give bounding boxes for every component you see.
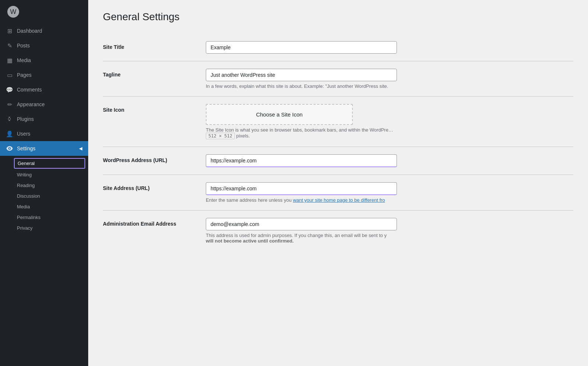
pixel-badge: 512 × 512	[206, 133, 235, 139]
wordpress-address-row: WordPress Address (URL)	[103, 147, 573, 175]
site-address-row: Site Address (URL) Enter the same addres…	[103, 175, 573, 210]
submenu-item-general[interactable]: General	[14, 158, 85, 169]
sidebar-item-posts[interactable]: ✎ Posts	[0, 38, 88, 53]
sidebar-item-dashboard[interactable]: ⊞ Dashboard	[0, 24, 88, 38]
sidebar-item-users[interactable]: 👤 Users	[0, 126, 88, 141]
site-address-input[interactable]	[206, 182, 397, 195]
sidebar-item-label: Comments	[17, 87, 42, 93]
tagline-control: In a few words, explain what this site i…	[206, 69, 573, 89]
admin-email-label: Administration Email Address	[103, 218, 206, 227]
sidebar-item-label: Plugins	[17, 116, 34, 122]
sidebar-item-media[interactable]: ▦ Media	[0, 53, 88, 68]
site-address-control: Enter the same address here unless you w…	[206, 182, 573, 203]
wordpress-address-control	[206, 154, 573, 167]
users-icon: 👤	[6, 130, 13, 137]
sidebar-item-settings[interactable]: Settings ◀	[0, 141, 88, 156]
sidebar-item-label: Pages	[17, 72, 32, 78]
site-icon-label: Site Icon	[103, 104, 206, 113]
site-title-input[interactable]	[206, 41, 397, 54]
submenu-item-writing[interactable]: Writing	[0, 169, 88, 180]
tagline-label: Tagline	[103, 69, 206, 78]
sidebar-item-pages[interactable]: ▭ Pages	[0, 68, 88, 82]
sidebar-item-label: Dashboard	[17, 28, 42, 34]
site-title-control	[206, 41, 573, 54]
submenu-item-discussion[interactable]: Discussion	[0, 191, 88, 201]
submenu-item-media[interactable]: Media	[0, 201, 88, 212]
page-title: General Settings	[103, 11, 573, 23]
media-icon: ▦	[6, 57, 13, 64]
sidebar-item-label: Media	[17, 57, 31, 63]
plugins-icon: ⧲	[6, 115, 13, 123]
dashboard-icon: ⊞	[6, 27, 13, 35]
choose-site-icon-button[interactable]: Choose a Site Icon	[206, 104, 353, 125]
collapse-arrow-icon: ◀	[79, 146, 82, 151]
sidebar-item-label: Settings	[17, 146, 36, 151]
wordpress-address-input[interactable]	[206, 154, 397, 167]
wordpress-address-label: WordPress Address (URL)	[103, 154, 206, 163]
tagline-input[interactable]	[206, 69, 397, 81]
submenu-item-privacy[interactable]: Privacy	[0, 223, 88, 233]
admin-email-control: This address is used for admin purposes.…	[206, 218, 573, 244]
sidebar-item-appearance[interactable]: ✏ Appearance	[0, 97, 88, 112]
pages-icon: ▭	[6, 71, 13, 79]
sidebar-item-label: Appearance	[17, 101, 45, 107]
sidebar: W ⊞ Dashboard ✎ Posts ▦ Media ▭ Pages 💬 …	[0, 0, 88, 366]
submenu-item-reading[interactable]: Reading	[0, 180, 88, 191]
site-address-label: Site Address (URL)	[103, 182, 206, 191]
sidebar-item-plugins[interactable]: ⧲ Plugins	[0, 112, 88, 126]
sidebar-item-label: Posts	[17, 43, 30, 49]
site-title-label: Site Title	[103, 41, 206, 50]
admin-email-input[interactable]	[206, 218, 397, 230]
submenu-item-permalinks[interactable]: Permalinks	[0, 212, 88, 223]
site-address-description: Enter the same address here unless you w…	[206, 197, 492, 203]
wp-logo-icon: W	[7, 6, 19, 18]
sidebar-item-label: Users	[17, 131, 31, 137]
tagline-description: In a few words, explain what this site i…	[206, 83, 492, 89]
site-icon-row: Site Icon Choose a Site Icon The Site Ic…	[103, 96, 573, 147]
main-content: General Settings Site Title Tagline In a…	[88, 0, 588, 366]
comments-icon: 💬	[6, 86, 13, 93]
site-address-link[interactable]: want your site home page to be different…	[293, 197, 385, 203]
admin-email-description: This address is used for admin purposes.…	[206, 233, 492, 244]
tagline-row: Tagline In a few words, explain what thi…	[103, 61, 573, 96]
site-title-row: Site Title	[103, 34, 573, 61]
admin-email-row: Administration Email Address This addres…	[103, 210, 573, 251]
site-icon-control: Choose a Site Icon The Site Icon is what…	[206, 104, 573, 139]
settings-table: Site Title Tagline In a few words, expla…	[103, 34, 573, 251]
appearance-icon: ✏	[6, 101, 13, 108]
sidebar-logo: W	[0, 0, 88, 24]
posts-icon: ✎	[6, 42, 13, 49]
settings-icon	[6, 145, 13, 152]
sidebar-item-comments[interactable]: 💬 Comments	[0, 82, 88, 97]
settings-submenu: General Writing Reading Discussion Media…	[0, 156, 88, 235]
site-icon-description: The Site Icon is what you see in browser…	[206, 127, 492, 139]
